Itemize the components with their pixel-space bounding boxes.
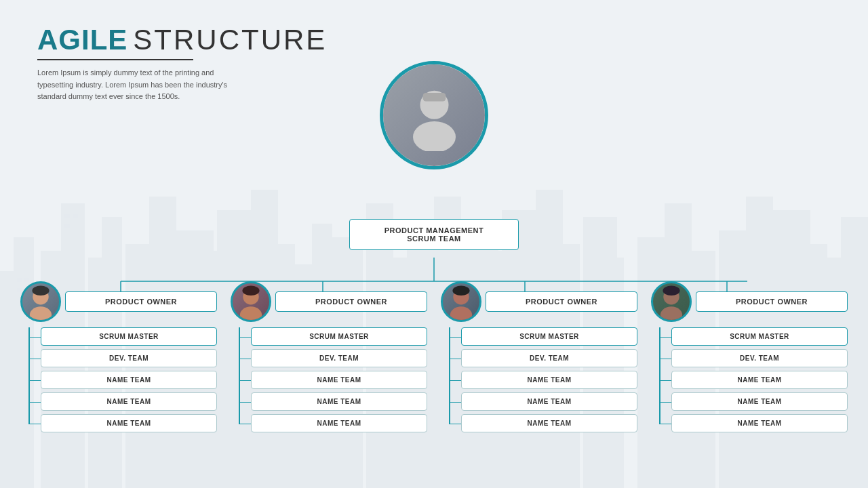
top-avatar-placeholder (383, 64, 485, 166)
header: AGILE STRUCTURE Lorem Ipsum is simply du… (37, 24, 327, 103)
top-person-avatar (380, 61, 488, 169)
owner-label-3: PRODUCT OWNER (486, 291, 637, 312)
owner-avatar-2 (231, 281, 271, 322)
dev-box-2: DEV. TEAM (251, 349, 427, 367)
dev-item-1: DEV. TEAM (41, 349, 217, 367)
svg-point-58 (450, 306, 472, 320)
name-team-box-2-3: NAME TEAM (251, 414, 427, 432)
title-agile: AGILE (37, 24, 127, 56)
scrum-box-3: SCRUM MASTER (461, 327, 637, 346)
svg-point-62 (663, 286, 679, 296)
svg-point-55 (240, 306, 262, 320)
owner-label-4: PRODUCT OWNER (696, 291, 848, 312)
top-role-line2: SCRUM TEAM (359, 235, 509, 243)
name-team-item-4-3: NAME TEAM (671, 414, 848, 432)
sub-items-2: SCRUM MASTERDEV. TEAMNAME TEAMNAME TEAMN… (251, 327, 427, 436)
name-team-item-1-2: NAME TEAM (41, 392, 217, 411)
name-team-box-3-1: NAME TEAM (461, 371, 637, 389)
title-structure: STRUCTURE (133, 24, 327, 56)
dev-item-2: DEV. TEAM (251, 349, 427, 367)
sub-items-3: SCRUM MASTERDEV. TEAMNAME TEAMNAME TEAMN… (461, 327, 637, 436)
name-team-box-1-3: NAME TEAM (41, 414, 217, 432)
sub-items-4: SCRUM MASTERDEV. TEAMNAME TEAMNAME TEAMN… (671, 327, 848, 436)
scrum-box-1: SCRUM MASTER (41, 327, 217, 346)
team-col-3: PRODUCT OWNERSCRUM MASTERDEV. TEAMNAME T… (441, 281, 637, 436)
name-team-box-2-1: NAME TEAM (251, 371, 427, 389)
name-team-box-1-1: NAME TEAM (41, 371, 217, 389)
name-team-item-2-1: NAME TEAM (251, 371, 427, 389)
name-team-item-4-2: NAME TEAM (671, 392, 848, 411)
product-owner-row-4: PRODUCT OWNER (651, 281, 848, 322)
product-owner-row-2: PRODUCT OWNER (231, 281, 427, 322)
owner-label-2: PRODUCT OWNER (275, 291, 427, 312)
sub-items-1: SCRUM MASTERDEV. TEAMNAME TEAMNAME TEAMN… (41, 327, 217, 436)
product-owner-row-3: PRODUCT OWNER (441, 281, 637, 322)
top-label-box: PRODUCT MANAGEMENT SCRUM TEAM (349, 219, 519, 250)
scrum-item-3: SCRUM MASTER (461, 327, 637, 346)
name-team-item-1-1: NAME TEAM (41, 371, 217, 389)
name-team-item-3-2: NAME TEAM (461, 392, 637, 411)
teams-row: PRODUCT OWNERSCRUM MASTERDEV. TEAMNAME T… (20, 281, 848, 436)
scrum-box-2: SCRUM MASTER (251, 327, 427, 346)
svg-point-56 (242, 286, 259, 296)
team-col-4: PRODUCT OWNERSCRUM MASTERDEV. TEAMNAME T… (651, 281, 848, 436)
scrum-box-4: SCRUM MASTER (671, 327, 848, 346)
team-col-1: PRODUCT OWNERSCRUM MASTERDEV. TEAMNAME T… (20, 281, 217, 436)
owner-avatar-4 (651, 281, 692, 322)
page-content: AGILE STRUCTURE Lorem Ipsum is simply du… (0, 0, 868, 488)
team-col-2: PRODUCT OWNERSCRUM MASTERDEV. TEAMNAME T… (231, 281, 427, 436)
name-team-box-4-1: NAME TEAM (671, 371, 848, 389)
name-team-box-4-3: NAME TEAM (671, 414, 848, 432)
title-line: AGILE STRUCTURE (37, 24, 327, 56)
title-underline (37, 59, 193, 60)
name-team-box-3-2: NAME TEAM (461, 392, 637, 411)
dev-box-3: DEV. TEAM (461, 349, 637, 367)
name-team-box-2-2: NAME TEAM (251, 392, 427, 411)
name-team-box-1-2: NAME TEAM (41, 392, 217, 411)
scrum-item-1: SCRUM MASTER (41, 327, 217, 346)
svg-point-52 (30, 306, 52, 320)
name-team-box-4-2: NAME TEAM (671, 392, 848, 411)
dev-item-4: DEV. TEAM (671, 349, 848, 367)
svg-rect-50 (422, 92, 446, 101)
name-team-item-2-3: NAME TEAM (251, 414, 427, 432)
dev-box-1: DEV. TEAM (41, 349, 217, 367)
scrum-item-2: SCRUM MASTER (251, 327, 427, 346)
name-team-item-4-1: NAME TEAM (671, 371, 848, 389)
name-team-item-3-3: NAME TEAM (461, 414, 637, 432)
scrum-item-4: SCRUM MASTER (671, 327, 848, 346)
name-team-box-3-3: NAME TEAM (461, 414, 637, 432)
svg-point-61 (660, 306, 682, 320)
dev-item-3: DEV. TEAM (461, 349, 637, 367)
name-team-item-2-2: NAME TEAM (251, 392, 427, 411)
top-role-line1: PRODUCT MANAGEMENT (359, 226, 509, 235)
svg-point-59 (452, 286, 469, 296)
subtitle-text: Lorem Ipsum is simply dummy text of the … (37, 67, 248, 103)
owner-label-1: PRODUCT OWNER (65, 291, 217, 312)
product-owner-row-1: PRODUCT OWNER (20, 281, 217, 322)
svg-point-49 (413, 121, 456, 150)
name-team-item-3-1: NAME TEAM (461, 371, 637, 389)
owner-avatar-1 (20, 281, 61, 322)
owner-avatar-3 (441, 281, 481, 322)
svg-point-53 (32, 286, 49, 296)
name-team-item-1-3: NAME TEAM (41, 414, 217, 432)
dev-box-4: DEV. TEAM (671, 349, 848, 367)
